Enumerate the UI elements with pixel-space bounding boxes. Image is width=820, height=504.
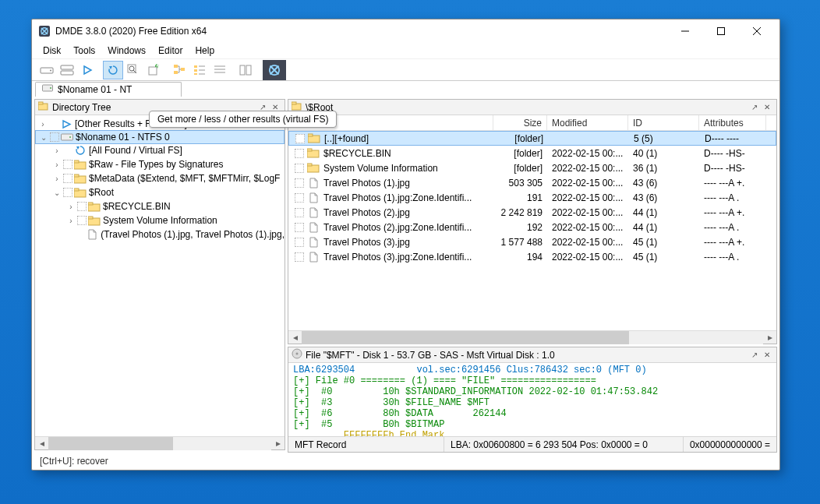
menu-disk[interactable]: Disk xyxy=(37,43,67,58)
maximize-button[interactable] xyxy=(703,20,739,42)
svg-point-38 xyxy=(69,136,71,138)
file-id: 43 (6) xyxy=(628,192,699,203)
directory-tree[interactable]: ›[Other Results + Full Scan]⌄$Noname 01 … xyxy=(35,115,285,436)
close-button[interactable] xyxy=(739,20,775,42)
expander-icon[interactable] xyxy=(66,231,75,239)
expander-icon[interactable]: › xyxy=(52,160,62,169)
minimize-button[interactable] xyxy=(667,20,703,42)
svg-point-7 xyxy=(50,69,51,71)
expander-icon[interactable]: › xyxy=(52,146,62,155)
table-row[interactable]: Travel Photos (2).jpg2 242 8192022-02-15… xyxy=(288,205,776,220)
pane-close-icon[interactable]: ✕ xyxy=(761,349,773,361)
toolbar-list-icon[interactable] xyxy=(189,61,210,79)
checkbox[interactable] xyxy=(295,208,304,217)
checkbox[interactable] xyxy=(63,174,72,183)
toolbar-columns-icon[interactable] xyxy=(235,61,256,79)
toolbar-drive-icon[interactable] xyxy=(37,61,57,79)
checkbox[interactable] xyxy=(295,238,304,247)
hex-viewer-header: File "$MFT" - Disk 1 - 53.7 GB - SAS - M… xyxy=(288,347,776,363)
checkbox[interactable] xyxy=(295,149,304,158)
folder-icon xyxy=(88,201,101,212)
file-name: Travel Photos (1).jpg xyxy=(323,178,410,189)
scroll-right-icon[interactable]: ▸ xyxy=(763,331,776,344)
hex-viewer-body[interactable]: LBA:6293504 vol.sec:6291456 Clus:786432 … xyxy=(288,363,776,436)
file-attributes: D---- -HS- xyxy=(699,148,766,159)
expander-icon[interactable]: › xyxy=(52,174,62,183)
toolbar-tree-icon[interactable] xyxy=(169,61,189,79)
table-row[interactable]: [..][+found][folder]5 (5)D---- ---- xyxy=(288,131,776,146)
checkbox[interactable] xyxy=(295,164,304,173)
file-icon xyxy=(307,252,320,263)
pane-close-icon[interactable]: ✕ xyxy=(761,101,773,114)
tree-row[interactable]: ›[All Found / Virtual FS] xyxy=(35,143,285,157)
toolbar-details-icon[interactable] xyxy=(210,61,230,79)
tree-row[interactable]: ›$Raw - File Types by Signatures xyxy=(35,157,285,171)
table-row[interactable]: Travel Photos (3).jpg1 577 4882022-02-15… xyxy=(288,234,776,249)
file-icon xyxy=(307,192,320,203)
tree-row[interactable]: ›System Volume Information xyxy=(35,213,285,227)
checkbox[interactable] xyxy=(295,193,304,203)
tree-row[interactable]: ›$MetaData ($Extend, $MFT, $MFTMirr, $Lo… xyxy=(35,171,285,185)
svg-rect-51 xyxy=(292,102,296,104)
expander-icon[interactable]: › xyxy=(66,203,76,211)
table-row[interactable]: $RECYCLE.BIN[folder]2022-02-15 00:...40 … xyxy=(288,146,776,160)
file-attributes: ---- ---A +. xyxy=(699,178,766,189)
table-row[interactable]: System Volume Information[folder]2022-02… xyxy=(288,160,776,175)
tree-row[interactable]: ⌄$Root xyxy=(35,185,285,199)
window-title: DMDE 3.8.0 (2020) Free Edition x64 xyxy=(55,26,667,37)
pane-popout-icon[interactable]: ↗ xyxy=(748,101,761,114)
toolbar-search-icon[interactable] xyxy=(123,61,143,79)
menu-windows[interactable]: Windows xyxy=(101,43,152,58)
scroll-right-icon[interactable]: ▸ xyxy=(271,437,285,450)
table-row[interactable]: Travel Photos (1).jpg:Zone.Identifi...19… xyxy=(288,190,776,205)
menu-tools[interactable]: Tools xyxy=(67,43,101,58)
folder-icon xyxy=(74,173,87,184)
scroll-left-icon[interactable]: ◂ xyxy=(35,437,48,450)
expander-icon[interactable]: › xyxy=(38,120,48,129)
checkbox[interactable] xyxy=(63,188,72,197)
tree-hscrollbar[interactable]: ◂ ▸ xyxy=(35,436,285,449)
toolbar-new-icon[interactable] xyxy=(143,61,164,79)
pane-popout-icon[interactable]: ↗ xyxy=(748,349,761,361)
table-row[interactable]: Travel Photos (2).jpg:Zone.Identifi...19… xyxy=(288,220,776,234)
menu-editor[interactable]: Editor xyxy=(152,43,189,58)
col-id[interactable]: ID xyxy=(628,115,699,130)
expander-icon[interactable]: ⌄ xyxy=(39,133,48,142)
toolbar-logo-icon[interactable] xyxy=(263,60,286,80)
tab-volume[interactable]: $Noname 01 - NT xyxy=(35,82,182,97)
toolbar-play-icon[interactable] xyxy=(77,61,97,79)
checkbox[interactable] xyxy=(77,202,87,211)
svg-rect-30 xyxy=(246,65,251,75)
toolbar-refresh-results-button[interactable] xyxy=(103,61,123,79)
checkbox[interactable] xyxy=(295,178,304,188)
status-bar: [Ctrl+U]: recover xyxy=(32,453,779,470)
grid-hscrollbar[interactable]: ◂ ▸ xyxy=(288,330,776,344)
table-row[interactable]: Travel Photos (3).jpg:Zone.Identifi...19… xyxy=(288,249,776,264)
expander-icon[interactable]: ⌄ xyxy=(52,189,62,197)
menu-help[interactable]: Help xyxy=(189,43,221,58)
checkbox[interactable] xyxy=(63,160,72,169)
file-grid[interactable]: Name Size Modified ID Attributes [..][+f… xyxy=(288,115,776,330)
checkbox[interactable] xyxy=(295,223,304,232)
expander-icon[interactable]: › xyxy=(66,217,76,225)
file-id: 36 (1) xyxy=(628,163,699,174)
tree-row[interactable]: ›$RECYCLE.BIN xyxy=(35,199,285,213)
svg-rect-18 xyxy=(174,71,178,74)
col-attributes[interactable]: Attributes xyxy=(699,115,766,130)
col-size[interactable]: Size xyxy=(493,115,547,130)
tree-row[interactable]: (Travel Photos (1).jpg, Travel Photos (1… xyxy=(35,227,285,241)
hex-title: File "$MFT" - Disk 1 - 53.7 GB - SAS - M… xyxy=(306,350,555,361)
checkbox[interactable] xyxy=(77,216,87,225)
tree-row[interactable]: ⌄$Noname 01 - NTFS 0 xyxy=(35,130,285,144)
toolbar-drives-icon[interactable] xyxy=(57,61,77,79)
scroll-left-icon[interactable]: ◂ xyxy=(288,331,302,344)
grid-header[interactable]: Name Size Modified ID Attributes xyxy=(288,115,776,131)
file-attributes: D---- ---- xyxy=(700,133,767,144)
checkbox[interactable] xyxy=(295,134,305,143)
table-row[interactable]: Travel Photos (1).jpg503 3052022-02-15 0… xyxy=(288,175,776,190)
checkbox[interactable] xyxy=(50,132,59,142)
col-modified[interactable]: Modified xyxy=(547,115,628,130)
checkbox[interactable] xyxy=(295,252,304,262)
file-modified: 2022-02-15 00:... xyxy=(547,148,628,159)
folder-icon xyxy=(307,148,320,159)
